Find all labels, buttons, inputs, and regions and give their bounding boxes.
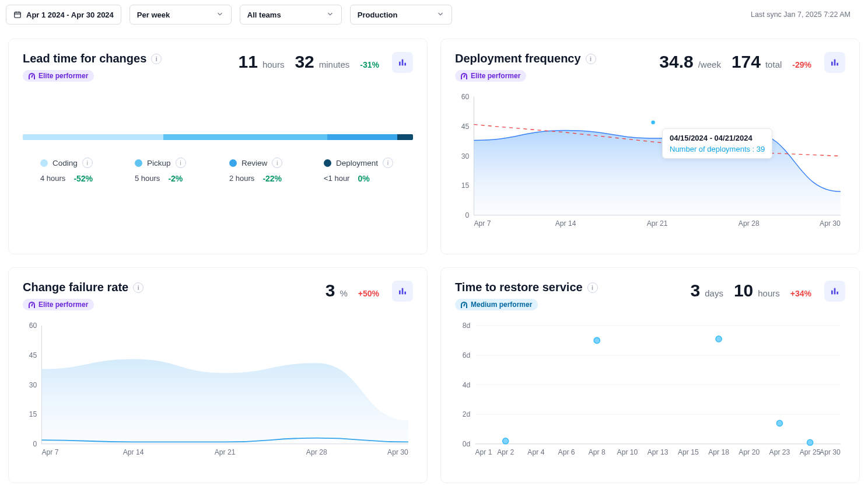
performer-badge: Medium performer [455, 299, 538, 310]
svg-rect-5 [834, 60, 836, 66]
svg-text:45: 45 [29, 351, 37, 359]
svg-text:Apr 13: Apr 13 [648, 448, 668, 456]
info-icon[interactable]: i [151, 54, 162, 64]
legend-item: Pickupi5 hours-2% [135, 158, 205, 183]
info-icon[interactable]: i [82, 158, 93, 168]
info-icon[interactable]: i [176, 158, 186, 168]
svg-text:15: 15 [461, 181, 470, 190]
svg-text:Apr 2: Apr 2 [497, 448, 514, 456]
gauge-icon [29, 73, 35, 79]
svg-text:0: 0 [466, 211, 470, 219]
svg-point-61 [503, 438, 509, 444]
chart-toggle-button[interactable] [824, 281, 845, 302]
svg-text:60: 60 [461, 93, 470, 101]
chart-toggle-button[interactable] [392, 52, 413, 73]
info-icon[interactable]: i [587, 282, 598, 293]
svg-text:Apr 21: Apr 21 [215, 448, 236, 456]
gauge-icon [461, 302, 467, 308]
svg-point-63 [716, 336, 722, 342]
svg-rect-6 [836, 63, 838, 66]
legend-label: Review [242, 159, 267, 167]
svg-text:15: 15 [29, 410, 37, 418]
svg-text:60: 60 [29, 322, 37, 330]
lead-time-hours: 11 [239, 52, 258, 72]
legend-item: Codingi4 hours-52% [40, 158, 110, 183]
svg-text:Apr 28: Apr 28 [738, 219, 760, 228]
svg-text:Apr 7: Apr 7 [474, 219, 491, 228]
svg-text:Apr 20: Apr 20 [738, 448, 760, 456]
performer-badge: Elite performer [23, 70, 94, 82]
svg-rect-20 [399, 291, 401, 295]
svg-rect-21 [402, 288, 404, 295]
legend-label: Deployment [336, 159, 378, 167]
filter-bar: Apr 1 2024 - Apr 30 2024 Per week All te… [0, 0, 868, 29]
cfr-delta: +50% [358, 289, 379, 298]
svg-point-64 [776, 420, 782, 426]
legend-dot [229, 159, 237, 167]
svg-text:8d: 8d [463, 322, 471, 330]
legend-label: Pickup [147, 159, 171, 167]
svg-text:Apr 23: Apr 23 [769, 448, 790, 456]
svg-text:Apr 14: Apr 14 [123, 448, 144, 456]
svg-text:Apr 10: Apr 10 [617, 448, 638, 456]
legend-change: 0% [358, 174, 369, 183]
chart-toggle-button[interactable] [392, 281, 413, 302]
legend-value: <1 hour [324, 174, 349, 183]
info-icon[interactable]: i [272, 158, 282, 168]
svg-text:Apr 8: Apr 8 [589, 448, 606, 456]
deploy-freq-chart: 604530150Apr 7Apr 14Apr 21Apr 28Apr 30 0… [455, 92, 845, 228]
date-range-filter[interactable]: Apr 1 2024 - Apr 30 2024 [6, 5, 121, 25]
teams-label: All teams [247, 11, 281, 19]
deploy-freq-metrics: 34.8 /week 174 total -29% [659, 52, 811, 72]
legend-dot [40, 159, 48, 167]
svg-text:Apr 15: Apr 15 [678, 448, 699, 456]
legend-label: Coding [52, 159, 78, 167]
granularity-filter[interactable]: Per week [130, 5, 232, 25]
chart-toggle-button[interactable] [824, 52, 845, 73]
svg-text:Apr 25: Apr 25 [800, 448, 821, 456]
svg-text:Apr 30: Apr 30 [387, 448, 408, 456]
lead-time-stacked-bar [23, 134, 413, 140]
ttrs-chart: 8d6d4d2d0dApr 1Apr 2Apr 4Apr 6Apr 8Apr 1… [455, 321, 845, 457]
svg-text:6d: 6d [463, 351, 471, 359]
svg-text:Apr 28: Apr 28 [306, 448, 327, 456]
svg-rect-4 [831, 62, 833, 66]
teams-filter[interactable]: All teams [240, 5, 342, 25]
lead-time-delta: -31% [360, 60, 379, 69]
legend-value: 4 hours [40, 174, 65, 183]
ttrs-metrics: 3 days 10 hours +34% [691, 281, 811, 301]
svg-text:4d: 4d [463, 381, 471, 389]
lead-time-legend: Codingi4 hours-52%Pickupi5 hours-2%Revie… [23, 158, 413, 183]
svg-text:Apr 6: Apr 6 [558, 448, 575, 456]
deploy-freq-card: Deployment frequency i Elite performer 3… [440, 39, 860, 254]
svg-rect-37 [836, 292, 838, 295]
stack-segment-pickup[interactable] [163, 134, 327, 140]
ttrs-card: Time to restore service i Medium perform… [440, 267, 860, 483]
svg-text:Apr 1: Apr 1 [475, 448, 492, 456]
legend-value: 2 hours [229, 174, 254, 183]
performer-badge: Elite performer [23, 299, 94, 310]
svg-text:Apr 30: Apr 30 [820, 448, 841, 456]
svg-text:Apr 4: Apr 4 [527, 448, 544, 456]
stack-segment-coding[interactable] [23, 134, 163, 140]
svg-text:Apr 14: Apr 14 [555, 219, 576, 228]
environment-filter[interactable]: Production [350, 5, 452, 25]
legend-item: Reviewi2 hours-22% [229, 158, 299, 183]
legend-change: -2% [168, 174, 183, 183]
granularity-label: Per week [137, 11, 170, 19]
stack-segment-review[interactable] [327, 134, 397, 140]
info-icon[interactable]: i [133, 282, 144, 293]
info-icon[interactable]: i [586, 54, 596, 64]
svg-text:0: 0 [33, 440, 37, 448]
svg-text:Apr 30: Apr 30 [820, 219, 841, 228]
cfr-metrics: 3 % +50% [326, 281, 379, 301]
svg-text:45: 45 [461, 123, 470, 131]
legend-dot [324, 159, 331, 167]
svg-rect-2 [402, 60, 404, 66]
svg-text:2d: 2d [463, 410, 471, 418]
ttrs-delta: +34% [790, 289, 811, 298]
svg-point-62 [594, 337, 600, 343]
info-icon[interactable]: i [383, 158, 393, 168]
stack-segment-deployment[interactable] [397, 134, 413, 140]
environment-label: Production [358, 11, 398, 19]
